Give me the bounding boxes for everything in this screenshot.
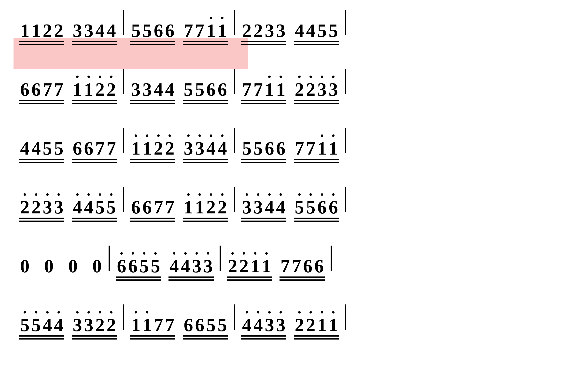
barline [345,69,346,94]
octave-dot-icon [57,311,60,314]
beam-line [294,41,339,42]
beam-line [19,338,64,340]
note: 0 [43,257,55,275]
note: 4 [30,139,42,157]
octave-dot-icon [87,311,90,314]
note: 4 [252,315,264,334]
barline [123,187,124,212]
note: 5 [252,139,264,157]
beam-line [183,335,228,337]
note: 6 [19,80,30,99]
beat-group: 7711 [241,64,286,99]
note: 4 [294,21,305,40]
beat-group: 4455 [72,182,117,216]
octave-dot-icon [143,252,145,255]
note: 5 [53,139,64,157]
note: 3 [194,139,205,157]
note: 0 [19,257,30,275]
note: 4 [180,257,191,275]
beam-line [19,44,64,45]
beam-line [280,276,325,278]
beat-group: 3344 [183,123,228,157]
note: 4 [106,21,117,40]
octave-dot-icon [268,193,271,196]
note: 2 [238,257,250,275]
note: 1 [264,80,275,99]
beam-line [183,44,228,45]
note: 5 [194,80,205,99]
bar: 11223344 [19,5,117,40]
note: 5 [94,198,106,216]
barline [345,187,346,212]
note: 6 [164,21,175,40]
octave-dot-icon [198,134,201,137]
octave-dot-icon [110,311,112,314]
note: 5 [305,198,316,216]
beat-group: 2211 [294,300,339,334]
octave-dot-icon [46,193,49,196]
note: 1 [194,198,205,216]
octave-dot-icon [210,193,212,196]
beam-line [294,162,339,163]
beam-line [72,100,117,101]
note: 1 [72,80,83,99]
beam-line [19,335,64,337]
beat-group: 1122 [130,123,175,157]
note: 2 [217,198,228,216]
note: 3 [264,21,275,40]
beam-line [19,218,64,219]
octave-dot-icon [146,134,148,137]
note: 5 [241,139,252,157]
bar: 66771122 [130,182,228,216]
octave-dot-icon [24,311,26,314]
note: 7 [153,198,164,216]
beam-line [72,221,117,222]
note: 1 [130,315,141,334]
note: 2 [106,315,117,334]
octave-dot-icon [207,252,209,255]
note: 2 [294,315,305,334]
beat-group: 5566 [183,64,228,99]
octave-dot-icon [76,311,79,314]
note: 5 [217,315,228,334]
beam-line [72,41,117,42]
barline [234,69,235,94]
note: 0 [91,257,103,275]
note: 5 [205,315,217,334]
beat-group: 3344 [72,5,117,40]
note: 7 [164,315,175,334]
note: 5 [19,315,30,334]
note: 6 [72,139,83,157]
note: 7 [241,80,252,99]
note: 4 [275,198,286,216]
beam-line [130,103,175,104]
note: 4 [168,257,180,275]
beat-group: 2233 [19,182,64,216]
note: 1 [30,21,42,40]
beam-line [241,100,286,101]
note: 2 [241,21,252,40]
bar: 44556677 [19,123,117,157]
barline [331,246,332,271]
note: 3 [72,21,83,40]
beam-line [241,218,286,219]
octave-dot-icon [309,311,312,314]
note: 7 [280,257,291,275]
note: 2 [227,257,238,275]
beam-line [227,279,272,281]
note: 5 [328,21,339,40]
note: 2 [305,315,316,334]
beam-line [183,218,228,219]
octave-dot-icon [298,311,301,314]
octave-dot-icon [210,134,212,137]
octave-dot-icon [154,252,157,255]
note: 1 [141,315,153,334]
octave-dot-icon [99,193,101,196]
bar: 77112233 [241,64,339,99]
beam-line [294,100,339,101]
beam-line [241,44,286,45]
beam-line [130,44,175,45]
octave-dot-icon [35,193,37,196]
octave-dot-icon [265,252,268,255]
note: 6 [141,198,153,216]
